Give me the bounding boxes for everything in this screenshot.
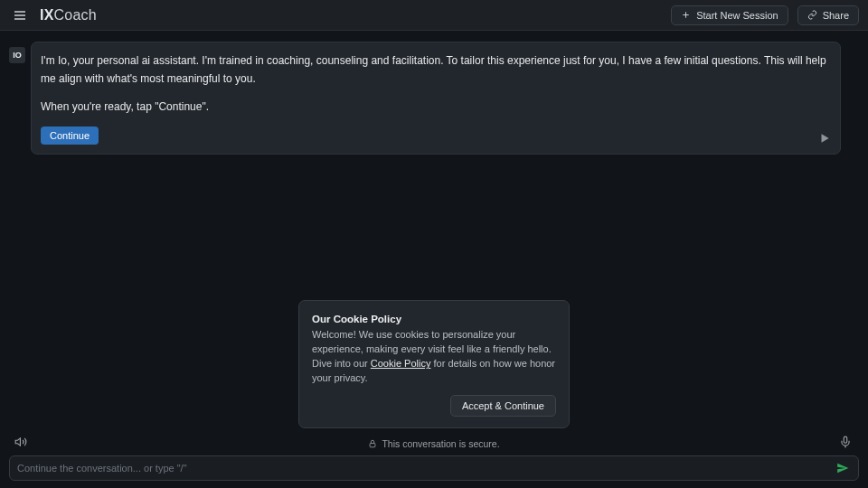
logo-light: Coach (54, 7, 97, 23)
speaker-icon (14, 436, 27, 448)
secure-indicator: This conversation is secure. (368, 438, 499, 449)
cookie-policy-modal: Our Cookie Policy Welcome! We use cookie… (298, 300, 570, 428)
footer-status-row: This conversation is secure. (9, 436, 859, 452)
continue-button-label: Continue (50, 130, 90, 141)
send-button[interactable] (835, 460, 851, 476)
link-icon (807, 10, 817, 20)
assistant-message-bubble: I'm Io, your personal ai assistant. I'm … (31, 42, 841, 155)
cookie-body: Welcome! We use cookies to personalize y… (312, 328, 556, 386)
hamburger-icon (13, 8, 27, 23)
svg-rect-8 (844, 436, 847, 443)
mic-button[interactable] (839, 436, 854, 450)
lock-icon (368, 439, 377, 448)
play-icon (818, 132, 831, 145)
message-input-bar (9, 455, 859, 481)
svg-rect-7 (371, 444, 376, 447)
chat-area: IO I'm Io, your personal ai assistant. I… (0, 31, 868, 436)
assistant-message-row: IO I'm Io, your personal ai assistant. I… (9, 42, 841, 155)
send-icon (836, 462, 849, 474)
continue-button[interactable]: Continue (41, 127, 99, 145)
start-new-session-button[interactable]: Start New Session (671, 5, 788, 25)
start-new-session-label: Start New Session (696, 10, 778, 21)
share-label: Share (823, 10, 849, 21)
microphone-icon (839, 436, 852, 448)
secure-text: This conversation is secure. (382, 438, 499, 449)
cookie-title: Our Cookie Policy (312, 314, 556, 324)
footer: This conversation is secure. (0, 436, 868, 488)
app-header: IXCoach Start New Session Share (0, 0, 868, 31)
assistant-message-p1: I'm Io, your personal ai assistant. I'm … (41, 52, 827, 89)
sound-toggle-button[interactable] (14, 436, 29, 450)
share-button[interactable]: Share (797, 5, 859, 25)
plus-icon (681, 10, 691, 20)
play-audio-button[interactable] (818, 132, 831, 145)
logo-bold: IX (40, 7, 54, 23)
svg-marker-6 (15, 438, 20, 446)
accept-cookies-button[interactable]: Accept & Continue (450, 395, 556, 417)
menu-button[interactable] (9, 5, 31, 26)
app-logo: IXCoach (40, 7, 97, 23)
message-input[interactable] (17, 463, 835, 474)
assistant-avatar: IO (9, 47, 25, 63)
svg-marker-5 (822, 135, 829, 143)
assistant-message-p2: When you're ready, tap "Continue". (41, 98, 827, 116)
accept-cookies-label: Accept & Continue (462, 400, 544, 411)
cookie-policy-link[interactable]: Cookie Policy (371, 358, 431, 369)
